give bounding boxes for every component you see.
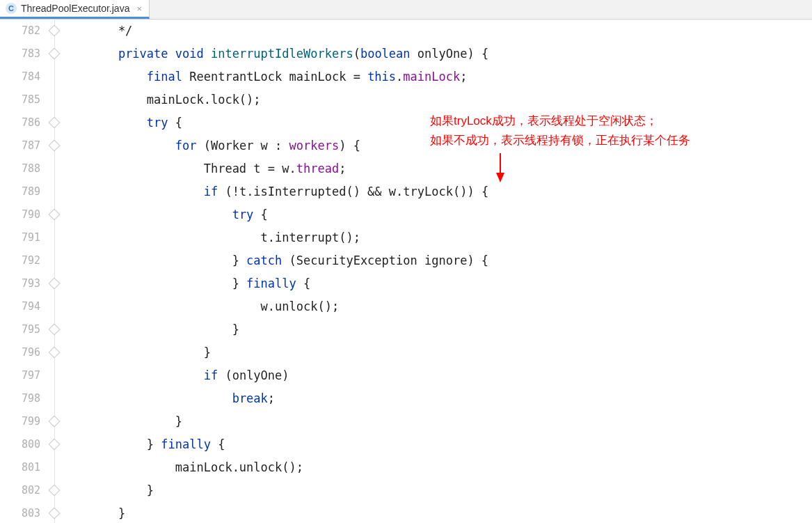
line-number: 801 (0, 456, 40, 479)
fold-column (49, 19, 61, 523)
line-number: 786 (0, 111, 40, 134)
code-line[interactable]: if (!t.isInterrupted() && w.tryLock()) { (61, 180, 812, 203)
fold-marker-icon[interactable] (49, 508, 61, 520)
line-number: 787 (0, 134, 40, 157)
line-number: 797 (0, 364, 40, 387)
code-line[interactable]: try { (61, 203, 812, 226)
code-line[interactable]: w.unlock(); (61, 295, 812, 318)
code-line[interactable]: mainLock.lock(); (61, 88, 812, 111)
code-line[interactable]: } catch (SecurityException ignore) { (61, 249, 812, 272)
code-line[interactable]: } finally { (61, 272, 812, 295)
line-number-gutter: 7827837847857867877887897907917927937947… (0, 19, 49, 523)
line-number: 799 (0, 410, 40, 433)
line-number: 796 (0, 341, 40, 364)
fold-marker-icon[interactable] (49, 324, 61, 336)
line-number: 793 (0, 272, 40, 295)
code-content[interactable]: */ private void interruptIdleWorkers(boo… (61, 19, 812, 523)
line-number: 800 (0, 433, 40, 456)
tab-bar: C ThreadPoolExecutor.java × (0, 0, 812, 19)
line-number: 802 (0, 479, 40, 502)
line-number: 783 (0, 42, 40, 65)
code-line[interactable]: private void interruptIdleWorkers(boolea… (61, 42, 812, 65)
code-line[interactable]: for (Worker w : workers) { (61, 134, 812, 157)
code-line[interactable]: } (61, 318, 812, 341)
tab-filename: ThreadPoolExecutor.java (21, 3, 129, 14)
line-number: 784 (0, 65, 40, 88)
fold-marker-icon[interactable] (49, 117, 61, 129)
code-line[interactable]: if (onlyOne) (61, 364, 812, 387)
code-line[interactable]: t.interrupt(); (61, 226, 812, 249)
code-line[interactable]: try { (61, 111, 812, 134)
code-line[interactable]: } (61, 502, 812, 523)
fold-marker-icon[interactable] (49, 439, 61, 451)
line-number: 791 (0, 226, 40, 249)
code-line[interactable]: } finally { (61, 433, 812, 456)
code-line[interactable]: } (61, 341, 812, 364)
code-line[interactable]: final ReentrantLock mainLock = this.main… (61, 65, 812, 88)
line-number: 788 (0, 157, 40, 180)
fold-marker-icon[interactable] (49, 416, 61, 428)
fold-marker-icon[interactable] (49, 48, 61, 60)
line-number: 792 (0, 249, 40, 272)
file-tab[interactable]: C ThreadPoolExecutor.java × (0, 0, 150, 19)
fold-marker-icon[interactable] (49, 347, 61, 359)
fold-marker-icon[interactable] (49, 209, 61, 221)
code-editor[interactable]: 7827837847857867877887897907917927937947… (0, 19, 812, 523)
line-number: 789 (0, 180, 40, 203)
line-number: 782 (0, 19, 40, 42)
line-number: 794 (0, 295, 40, 318)
line-number: 785 (0, 88, 40, 111)
close-icon[interactable]: × (134, 3, 142, 14)
line-number: 795 (0, 318, 40, 341)
code-line[interactable]: Thread t = w.thread; (61, 157, 812, 180)
code-line[interactable]: } (61, 410, 812, 433)
code-line[interactable]: */ (61, 19, 812, 42)
fold-marker-icon[interactable] (49, 25, 61, 37)
fold-marker-icon[interactable] (49, 140, 61, 152)
line-number: 803 (0, 502, 40, 523)
line-number: 790 (0, 203, 40, 226)
line-number: 798 (0, 387, 40, 410)
fold-marker-icon[interactable] (49, 278, 61, 290)
code-line[interactable]: mainLock.unlock(); (61, 456, 812, 479)
code-line[interactable]: } (61, 479, 812, 502)
code-line[interactable]: break; (61, 387, 812, 410)
fold-marker-icon[interactable] (49, 485, 61, 497)
java-class-icon: C (6, 3, 17, 14)
